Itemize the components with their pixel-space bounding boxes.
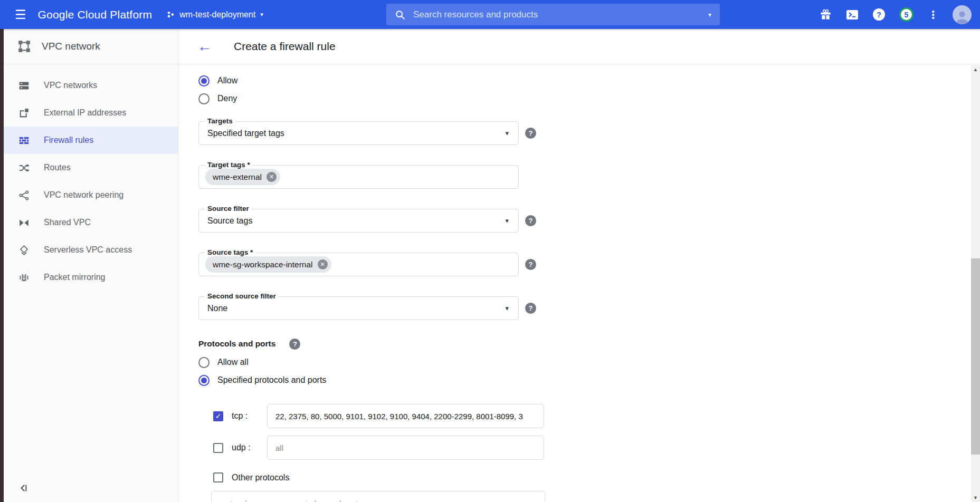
chevron-down-icon: ▾ <box>505 129 509 137</box>
radio-label: Allow all <box>217 358 249 367</box>
field-label: Second source filter <box>205 292 279 300</box>
chevron-down-icon: ▾ <box>505 217 509 225</box>
project-selector[interactable]: wm-test-deployment ▾ <box>167 10 263 20</box>
chip-label: wme-external <box>213 172 262 182</box>
sidebar-item-routes[interactable]: Routes <box>4 154 178 181</box>
project-icon <box>167 11 175 18</box>
targets-row: Targets Specified target tags ▾ ? <box>198 121 980 145</box>
radio-allow[interactable]: Allow <box>198 75 980 86</box>
radio-unselected-icon <box>198 93 210 104</box>
source-tags-input[interactable]: Source tags * wme-sg-workspace-internal … <box>198 253 519 276</box>
other-protocols-label: Other protocols <box>232 473 289 482</box>
scroll-up-icon[interactable]: ▲ <box>971 65 980 74</box>
sidebar-item-packet-mirroring[interactable]: Packet mirroring <box>4 264 178 291</box>
sidebar-item-label: Shared VPC <box>44 218 91 227</box>
vpc-network-logo-icon <box>17 40 31 53</box>
section-title: Protocols and ports <box>198 339 275 349</box>
scrollbar-thumb[interactable] <box>971 258 980 455</box>
page-header: ← Create a firewall rule <box>178 29 980 64</box>
brand-logo[interactable]: Google Cloud Platform <box>38 8 153 21</box>
firewall-rules-icon <box>17 134 30 147</box>
targets-select[interactable]: Targets Specified target tags ▾ <box>198 121 519 145</box>
scrollbar[interactable]: ▲ ▼ <box>971 65 980 502</box>
notifications-badge[interactable]: 5 <box>899 7 914 22</box>
serverless-vpc-access-icon <box>17 244 30 256</box>
sidebar-item-serverless-vpc-access[interactable]: Serverless VPC access <box>4 236 178 264</box>
sidebar: VPC network VPC networks External IP add… <box>4 29 178 502</box>
help-icon[interactable]: ? <box>525 259 536 270</box>
radio-label: Deny <box>217 94 237 103</box>
cloud-shell-icon[interactable] <box>846 8 859 21</box>
protocols-radio-group: Allow all Specified protocols and ports <box>198 356 980 386</box>
sidebar-item-vpc-network-peering[interactable]: VPC network peering <box>4 181 178 209</box>
field-label: Source tags * <box>205 248 255 256</box>
sidebar-item-external-ip-addresses[interactable]: External IP addresses <box>4 99 178 127</box>
field-label: Targets <box>205 117 235 125</box>
sidebar-item-shared-vpc[interactable]: Shared VPC <box>4 209 178 236</box>
radio-unselected-icon <box>198 357 210 368</box>
radio-allow-all[interactable]: Allow all <box>198 356 980 368</box>
shared-vpc-icon <box>17 216 30 229</box>
tcp-label: tcp : <box>232 411 258 421</box>
chip-remove-icon[interactable]: ✕ <box>267 172 277 182</box>
other-protocols-checkbox[interactable] <box>213 472 223 482</box>
help-icon[interactable]: ? <box>289 339 300 350</box>
target-tags-input[interactable]: Target tags * wme-external ✕ <box>198 165 519 189</box>
radio-selected-icon <box>198 75 210 86</box>
app-header: ☰ Google Cloud Platform wm-test-deployme… <box>0 0 980 29</box>
search-placeholder: Search resources and products <box>413 9 708 20</box>
sidebar-item-label: VPC networks <box>44 81 97 90</box>
sidebar-item-label: Firewall rules <box>44 136 93 145</box>
tcp-ports-input[interactable] <box>267 404 544 428</box>
source-filter-select[interactable]: Source filter Source tags ▾ <box>198 209 519 233</box>
help-icon[interactable]: ? <box>873 8 885 21</box>
collapse-sidebar-button[interactable] <box>20 484 28 493</box>
sidebar-item-label: Routes <box>44 163 71 172</box>
help-icon[interactable]: ? <box>525 215 536 226</box>
search-input[interactable]: Search resources and products ▾ <box>386 4 720 25</box>
source-filter-row: Source filter Source tags ▾ ? <box>198 209 980 233</box>
sidebar-nav: VPC networks External IP addresses Firew… <box>4 64 178 291</box>
udp-checkbox[interactable] <box>213 443 223 453</box>
chip-wme-sg-workspace-internal: wme-sg-workspace-internal ✕ <box>205 256 331 273</box>
radio-specified-protocols[interactable]: Specified protocols and ports <box>198 374 980 386</box>
search-dropdown-icon[interactable]: ▾ <box>708 12 711 18</box>
window-edge <box>0 29 4 502</box>
protocols-section-header: Protocols and ports ? <box>198 338 980 350</box>
project-name: wm-test-deployment <box>179 10 255 20</box>
sidebar-item-vpc-networks[interactable]: VPC networks <box>4 72 178 99</box>
source-tags-row: Source tags * wme-sg-workspace-internal … <box>198 253 980 276</box>
vpc-network-peering-icon <box>17 189 30 201</box>
field-label: Target tags * <box>205 161 253 169</box>
gift-icon[interactable] <box>820 8 832 21</box>
field-value: None <box>207 304 505 313</box>
page-title: Create a firewall rule <box>234 40 336 53</box>
firewall-rule-form: Allow Deny Targets Specified target tags… <box>178 64 980 502</box>
field-value: Source tags <box>207 216 505 226</box>
tcp-checkbox[interactable]: ✓ <box>213 411 223 421</box>
chip-remove-icon[interactable]: ✕ <box>318 259 328 269</box>
chip-label: wme-sg-workspace-internal <box>213 260 313 269</box>
radio-deny[interactable]: Deny <box>198 93 980 104</box>
scroll-down-icon[interactable]: ▼ <box>971 493 980 502</box>
back-button[interactable]: ← <box>197 40 212 54</box>
menu-icon[interactable]: ☰ <box>15 8 26 21</box>
sidebar-item-label: VPC network peering <box>44 190 123 200</box>
second-source-filter-select[interactable]: Second source filter None ▾ <box>198 296 519 320</box>
help-icon[interactable]: ? <box>525 128 536 139</box>
appbar-actions: ? 5 ⋮ <box>820 0 972 29</box>
other-protocols-input[interactable] <box>211 491 545 502</box>
chevron-down-icon: ▾ <box>260 12 263 17</box>
radio-selected-icon <box>198 375 210 386</box>
collapse-icon <box>20 484 28 493</box>
packet-mirroring-icon <box>17 271 30 284</box>
avatar[interactable] <box>953 5 972 24</box>
more-vertical-icon[interactable]: ⋮ <box>928 8 938 21</box>
sidebar-item-label: External IP addresses <box>44 108 126 118</box>
target-tags-row: Target tags * wme-external ✕ <box>198 165 980 189</box>
routes-icon <box>17 161 30 174</box>
help-icon[interactable]: ? <box>525 303 536 314</box>
udp-ports-input[interactable] <box>267 436 544 460</box>
sidebar-item-firewall-rules[interactable]: Firewall rules <box>4 127 178 154</box>
sidebar-header: VPC network <box>4 29 178 64</box>
